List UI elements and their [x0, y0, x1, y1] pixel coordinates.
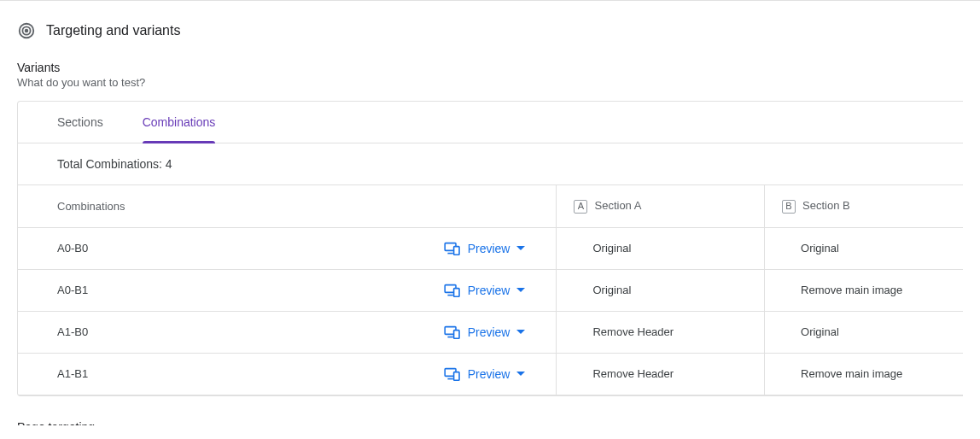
combinations-table: Combinations ASection A BSection B A0-B0… — [18, 185, 963, 395]
total-combinations: Total Combinations: 4 — [18, 143, 963, 185]
section-a-value: Original — [574, 284, 764, 296]
preview-label: Preview — [468, 242, 510, 255]
section-a-value: Remove Header — [574, 367, 764, 380]
chevron-down-icon — [516, 288, 525, 292]
section-a-badge: A — [574, 200, 587, 214]
section-a-value: Original — [574, 242, 764, 255]
table-row: A1-B0PreviewRemove HeaderOriginal — [18, 311, 963, 353]
table-row: A0-B1PreviewOriginalRemove main image — [18, 269, 963, 311]
total-combinations-count: 4 — [166, 157, 172, 171]
combo-name: A1-B0 — [57, 325, 88, 338]
svg-rect-14 — [453, 372, 458, 380]
preview-button[interactable]: Preview — [444, 242, 526, 255]
devices-icon — [444, 284, 461, 297]
svg-rect-11 — [453, 330, 458, 338]
chevron-down-icon — [516, 246, 525, 250]
variants-title: Variants — [17, 61, 963, 74]
devices-icon — [444, 242, 461, 255]
tab-combinations[interactable]: Combinations — [143, 102, 216, 143]
devices-icon — [444, 367, 461, 381]
preview-label: Preview — [468, 284, 510, 297]
svg-rect-5 — [453, 246, 458, 255]
preview-button[interactable]: Preview — [444, 367, 526, 381]
combo-name: A1-B1 — [57, 367, 88, 380]
svg-point-2 — [26, 30, 28, 32]
tabs: Sections Combinations — [18, 102, 963, 143]
preview-label: Preview — [468, 325, 510, 339]
column-header-section-a: ASection A — [557, 185, 765, 227]
combo-name: A0-B0 — [57, 242, 88, 255]
section-b-value: Original — [782, 242, 963, 255]
section-b-badge: B — [782, 200, 796, 214]
section-b-value: Original — [782, 325, 963, 338]
preview-button[interactable]: Preview — [444, 284, 526, 297]
chevron-down-icon — [516, 330, 525, 334]
table-row: A0-B0PreviewOriginalOriginal — [18, 227, 963, 269]
column-header-combinations: Combinations — [18, 185, 557, 227]
preview-label: Preview — [468, 367, 510, 381]
tab-sections[interactable]: Sections — [57, 102, 103, 143]
page-targeting-heading: Page targeting — [17, 420, 963, 425]
section-header: Targeting and variants — [17, 21, 963, 40]
section-a-label: Section A — [594, 199, 641, 212]
variants-panel: Sections Combinations Total Combinations… — [17, 101, 963, 396]
combo-name: A0-B1 — [57, 284, 88, 296]
variants-description: What do you want to test? — [17, 76, 963, 89]
total-combinations-label: Total Combinations: — [57, 157, 166, 171]
svg-rect-8 — [453, 288, 458, 296]
chevron-down-icon — [516, 372, 525, 376]
table-row: A1-B1PreviewRemove HeaderRemove main ima… — [18, 353, 963, 395]
section-a-value: Remove Header — [574, 325, 764, 338]
preview-button[interactable]: Preview — [444, 325, 526, 339]
section-b-value: Remove main image — [782, 367, 963, 380]
section-b-label: Section B — [802, 199, 850, 212]
section-b-value: Remove main image — [782, 284, 963, 296]
section-title: Targeting and variants — [46, 23, 180, 38]
column-header-section-b: BSection B — [765, 185, 963, 227]
devices-icon — [444, 325, 461, 339]
target-icon — [17, 21, 36, 40]
